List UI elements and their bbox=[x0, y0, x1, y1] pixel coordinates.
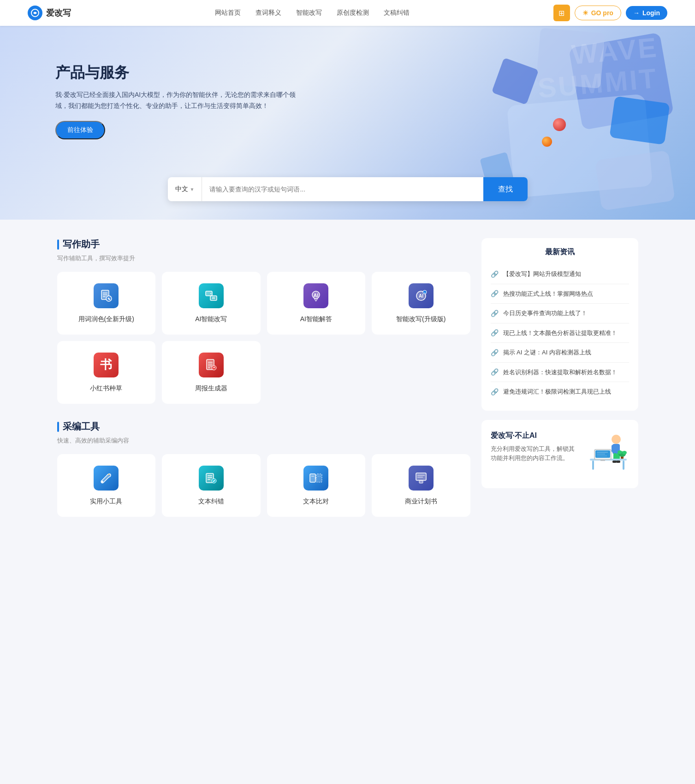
news-item-2[interactable]: 🔗 今日历史事件查询功能上线了！ bbox=[491, 304, 629, 323]
hero-cta-button[interactable]: 前往体验 bbox=[55, 121, 105, 139]
language-selector[interactable]: 中文 ▼ bbox=[168, 177, 202, 201]
tool-smart-rewrite-pro-icon: AI + bbox=[408, 283, 434, 309]
svg-rect-40 bbox=[612, 445, 615, 452]
svg-rect-30 bbox=[316, 474, 322, 482]
news-link-icon-3: 🔗 bbox=[491, 329, 499, 336]
tool-xiaohongshu-icon: 书 bbox=[93, 352, 119, 378]
tool-ai-rewrite-label: AI智能改写 bbox=[195, 315, 227, 323]
news-panel: 最新资讯 🔗 【爱改写】网站升级模型通知 🔗 热搜功能正式上线！掌握网络热点 🔗… bbox=[481, 238, 638, 411]
svg-rect-45 bbox=[616, 461, 620, 463]
svg-text:书: 书 bbox=[100, 358, 112, 371]
nav-rewrite[interactable]: 智能改写 bbox=[296, 9, 322, 17]
tool-text-compare[interactable]: 文本比对 bbox=[267, 454, 366, 517]
news-item-4[interactable]: 🔗 揭示 AI 之谜：AI 内容检测器上线 bbox=[491, 343, 629, 363]
tool-text-correct-icon bbox=[198, 465, 224, 491]
tool-word-polish-icon: ✎ bbox=[93, 283, 119, 309]
navbar: 爱改写 网站首页 查词释义 智能改写 原创度检测 文稿纠错 ⊞ ☀ GO pro… bbox=[0, 0, 695, 26]
tool-business-plan-icon bbox=[408, 465, 434, 491]
svg-rect-34 bbox=[416, 473, 426, 480]
news-link-icon-1: 🔗 bbox=[491, 290, 499, 297]
tool-ai-rewrite[interactable]: AI AI智能改写 bbox=[162, 272, 261, 335]
nav-query[interactable]: 查词释义 bbox=[255, 9, 281, 17]
promo-title: 爱改写·不止AI bbox=[491, 431, 580, 441]
chevron-down-icon: ▼ bbox=[190, 187, 195, 192]
nav-proofread[interactable]: 文稿纠错 bbox=[384, 9, 410, 17]
news-text-0: 【爱改写】网站升级模型通知 bbox=[503, 269, 581, 279]
tool-weekly-report-icon bbox=[198, 352, 224, 378]
logo-text: 爱改写 bbox=[46, 7, 71, 18]
news-item-1[interactable]: 🔗 热搜功能正式上线！掌握网络热点 bbox=[491, 284, 629, 304]
tool-utility[interactable]: 实用小工具 bbox=[57, 454, 156, 517]
svg-rect-47 bbox=[592, 461, 594, 470]
tool-text-compare-label: 文本比对 bbox=[303, 497, 329, 506]
grid-icon: ⊞ bbox=[558, 9, 564, 18]
news-link-icon-4: 🔗 bbox=[491, 349, 499, 356]
tool-ai-answer-label: AI智能解答 bbox=[300, 315, 332, 323]
news-text-6: 避免违规词汇！极限词检测工具现已上线 bbox=[503, 387, 611, 396]
search-button[interactable]: 查找 bbox=[483, 177, 528, 201]
tool-weekly-report[interactable]: 周报生成器 bbox=[162, 341, 261, 404]
editing-tools-section: 采编工具 快速、高效的辅助采编内容 实用小工具 bbox=[57, 420, 470, 517]
svg-text:AI: AI bbox=[314, 293, 319, 298]
search-input[interactable] bbox=[202, 177, 483, 201]
tool-business-plan-label: 商业计划书 bbox=[405, 497, 437, 506]
svg-point-58 bbox=[622, 451, 627, 455]
tool-utility-label: 实用小工具 bbox=[90, 497, 122, 506]
tool-word-polish[interactable]: ✎ 用词润色(全新升级) bbox=[57, 272, 156, 335]
svg-rect-51 bbox=[600, 460, 605, 461]
grid-button[interactable]: ⊞ bbox=[553, 5, 570, 21]
svg-point-38 bbox=[612, 435, 621, 444]
news-text-2: 今日历史事件查询功能上线了！ bbox=[503, 309, 587, 318]
nav-originality[interactable]: 原创度检测 bbox=[337, 9, 369, 17]
news-link-icon-2: 🔗 bbox=[491, 310, 499, 317]
news-item-5[interactable]: 🔗 姓名识别利器：快速提取和解析姓名数据！ bbox=[491, 363, 629, 383]
news-text-5: 姓名识别利器：快速提取和解析姓名数据！ bbox=[503, 368, 617, 377]
news-link-icon-6: 🔗 bbox=[491, 388, 499, 395]
news-link-icon-0: 🔗 bbox=[491, 270, 499, 278]
writing-tools-subtitle: 写作辅助工具，撰写效率提升 bbox=[57, 254, 470, 263]
news-text-1: 热搜功能正式上线！掌握网络热点 bbox=[503, 289, 593, 299]
tool-text-correct-label: 文本纠错 bbox=[198, 497, 224, 506]
go-pro-button[interactable]: ☀ GO pro bbox=[575, 6, 621, 20]
svg-point-57 bbox=[618, 450, 622, 454]
nav-home[interactable]: 网站首页 bbox=[215, 9, 241, 17]
main-nav: 网站首页 查词释义 智能改写 原创度检测 文稿纠错 bbox=[215, 9, 410, 17]
editing-tools-grid: 实用小工具 bbox=[57, 454, 470, 517]
news-item-0[interactable]: 🔗 【爱改写】网站升级模型通知 bbox=[491, 264, 629, 284]
hero-content: 产品与服务 我·爱改写已经全面接入国内AI大模型，作为你的智能伙伴，无论您的需求… bbox=[0, 26, 695, 139]
sun-icon: ☀ bbox=[582, 9, 588, 17]
promo-content: 爱改写·不止AI 充分利用爱改写的工具，解锁其功能并利用您的内容工作流。 bbox=[491, 431, 580, 464]
tool-smart-rewrite-pro-label: 智能改写(升级版) bbox=[396, 315, 446, 323]
news-text-3: 现已上线！文本颜色分析器让提取更精准！ bbox=[503, 329, 617, 338]
navbar-actions: ⊞ ☀ GO pro → Login bbox=[553, 5, 667, 21]
promo-illustration bbox=[588, 431, 629, 477]
svg-rect-48 bbox=[623, 461, 624, 470]
news-item-3[interactable]: 🔗 现已上线！文本颜色分析器让提取更精准！ bbox=[491, 323, 629, 343]
tool-ai-rewrite-icon: AI bbox=[198, 283, 224, 309]
svg-rect-29 bbox=[310, 474, 315, 482]
logo-icon bbox=[28, 6, 42, 20]
tool-xiaohongshu[interactable]: 书 小红书种草 bbox=[57, 341, 156, 404]
tool-utility-icon bbox=[93, 465, 119, 491]
logo[interactable]: 爱改写 bbox=[28, 6, 71, 20]
tool-business-plan[interactable]: 商业计划书 bbox=[372, 454, 470, 517]
tool-smart-rewrite-pro[interactable]: AI + 智能改写(升级版) bbox=[372, 272, 470, 335]
svg-text:+: + bbox=[424, 291, 425, 294]
writing-tools-section: 写作助手 写作辅助工具，撰写效率提升 ✎ bbox=[57, 238, 470, 404]
news-panel-title: 最新资讯 bbox=[491, 247, 629, 257]
hero-banner: WAVE SUMMIT 产品与服务 我·爱改写已经全面接入国内AI大模型，作为你… bbox=[0, 26, 695, 220]
tool-ai-answer[interactable]: AI AI智能解答 bbox=[267, 272, 366, 335]
news-item-6[interactable]: 🔗 避免违规词汇！极限词检测工具现已上线 bbox=[491, 382, 629, 401]
login-icon: → bbox=[633, 9, 640, 17]
tool-ai-answer-icon: AI bbox=[303, 283, 329, 309]
svg-text:AI: AI bbox=[212, 296, 215, 299]
login-button[interactable]: → Login bbox=[626, 6, 667, 20]
promo-description: 充分利用爱改写的工具，解锁其功能并利用您的内容工作流。 bbox=[491, 444, 580, 464]
tool-text-correct[interactable]: 文本纠错 bbox=[162, 454, 261, 517]
hero-title: 产品与服务 bbox=[55, 63, 695, 83]
svg-rect-37 bbox=[419, 480, 423, 483]
writing-tools-grid: ✎ 用词润色(全新升级) AI bbox=[57, 272, 470, 404]
svg-text:✎: ✎ bbox=[107, 297, 111, 301]
editing-tools-subtitle: 快速、高效的辅助采编内容 bbox=[57, 437, 470, 445]
svg-point-23 bbox=[101, 481, 103, 483]
